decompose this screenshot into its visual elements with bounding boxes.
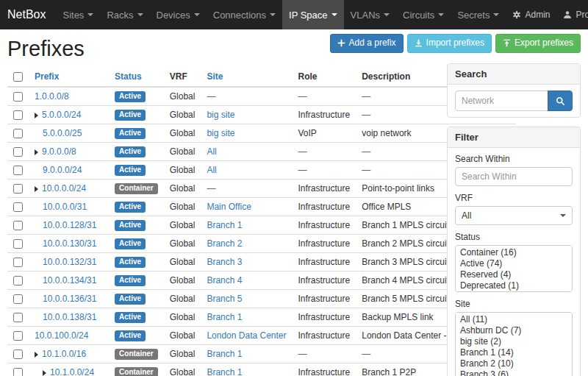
prefix-link[interactable]: 10.0.0.134/31: [43, 275, 96, 285]
chevron-down-icon: [438, 13, 444, 16]
row-checkbox[interactable]: [13, 184, 23, 194]
main-panel: Prefixes PrefixStatusVRFSiteRoleDescript…: [7, 29, 437, 376]
site-link[interactable]: Branch 1: [207, 220, 242, 230]
column-header-site[interactable]: Site: [201, 67, 292, 87]
site-link[interactable]: big site: [207, 110, 234, 120]
prefix-link[interactable]: 5.0.0.0/24: [42, 110, 81, 120]
site-link[interactable]: Branch 2: [207, 238, 242, 249]
nav-item-devices[interactable]: Devices: [150, 0, 207, 29]
search-button[interactable]: [548, 91, 573, 111]
site-link[interactable]: Branch 1: [207, 312, 242, 322]
multiselect-option[interactable]: Branch 1 (14): [456, 347, 572, 358]
site-link[interactable]: All: [207, 146, 216, 157]
multiselect-option[interactable]: Ashburn DC (7): [456, 325, 572, 336]
site-multiselect[interactable]: All (11)Ashburn DC (7)big site (2)Branch…: [455, 312, 573, 376]
row-checkbox[interactable]: [13, 110, 23, 120]
row-checkbox[interactable]: [13, 294, 23, 304]
search-input[interactable]: [455, 91, 548, 111]
prefix-link[interactable]: 10.0.0.138/31: [43, 312, 96, 322]
row-checkbox[interactable]: [13, 166, 23, 175]
column-header-prefix[interactable]: Prefix: [29, 67, 109, 87]
expand-arrow-icon[interactable]: [35, 352, 38, 358]
row-checkbox[interactable]: [13, 239, 23, 249]
prefix-link[interactable]: 1.0.0.0/8: [35, 91, 69, 102]
export-prefixes-button[interactable]: Export prefixes: [495, 34, 581, 53]
row-checkbox[interactable]: [13, 368, 23, 376]
row-checkbox[interactable]: [13, 92, 23, 102]
table-row: 10.0.0.134/31ActiveGlobalBranch 4Infrast…: [7, 272, 516, 290]
status-badge: Active: [115, 257, 146, 268]
prefix-link[interactable]: 10.0.100.0/24: [35, 330, 88, 341]
site-link[interactable]: Branch 3: [207, 257, 242, 267]
site-link[interactable]: big site: [207, 128, 234, 138]
prefix-link[interactable]: 9.0.0.0/8: [42, 146, 76, 157]
select-all-checkbox[interactable]: [13, 72, 23, 82]
site-link[interactable]: London Data Center: [207, 330, 286, 341]
prefix-link[interactable]: 10.0.0.132/31: [43, 257, 96, 267]
vrf-select[interactable]: All: [455, 206, 573, 225]
prefix-link[interactable]: 5.0.0.0/25: [43, 128, 82, 138]
status-multiselect[interactable]: Container (16)Active (74)Reserved (4)Dep…: [455, 245, 573, 292]
site-link[interactable]: Branch 1: [207, 367, 242, 376]
row-checkbox[interactable]: [13, 258, 23, 267]
site-link[interactable]: Main Office: [207, 202, 251, 212]
nav-item-circuits[interactable]: Circuits: [396, 0, 451, 29]
nav-item-connections[interactable]: Connections: [207, 0, 282, 29]
status-cell: Active: [109, 272, 164, 290]
row-checkbox[interactable]: [13, 202, 23, 212]
expand-arrow-icon[interactable]: [35, 186, 38, 192]
nav-profile[interactable]: Profile: [556, 0, 588, 29]
prefix-link[interactable]: 10.0.0.0/31: [43, 202, 87, 212]
multiselect-option[interactable]: Branch 2 (10): [456, 358, 572, 369]
prefix-link[interactable]: 10.0.0.130/31: [43, 238, 96, 249]
nav-menu: SitesRacksDevicesConnectionsIP SpaceVLAN…: [56, 0, 506, 29]
row-checkbox[interactable]: [13, 331, 23, 341]
prefix-link[interactable]: 9.0.0.0/24: [43, 165, 82, 175]
row-checkbox[interactable]: [13, 313, 23, 322]
row-checkbox[interactable]: [13, 221, 23, 230]
prefix-link[interactable]: 10.1.0.0/16: [42, 349, 86, 359]
status-cell: Active: [109, 124, 164, 143]
row-checkbox[interactable]: [13, 129, 23, 138]
multiselect-option[interactable]: Reserved (4): [456, 269, 572, 280]
row-checkbox[interactable]: [13, 147, 23, 157]
role-cell: Infrastructure: [293, 290, 356, 308]
role-cell: Infrastructure: [293, 235, 356, 253]
site-link[interactable]: Branch 5: [207, 294, 242, 304]
prefix-link[interactable]: 10.1.0.0/24: [50, 367, 94, 376]
nav-item-label: Secrets: [457, 10, 490, 21]
expand-arrow-icon[interactable]: [43, 370, 46, 376]
row-checkbox[interactable]: [13, 276, 23, 285]
site-link[interactable]: Branch 4: [207, 275, 242, 285]
search-within-input[interactable]: [455, 167, 573, 186]
prefix-link[interactable]: 10.0.0.136/31: [43, 294, 96, 304]
multiselect-option[interactable]: Branch 3 (6): [456, 369, 572, 376]
column-header-status[interactable]: Status: [109, 67, 164, 87]
nav-item-vlans[interactable]: VLANs: [344, 0, 396, 29]
status-badge: Active: [115, 91, 146, 102]
multiselect-option[interactable]: big site (2): [456, 336, 572, 347]
prefix-cell: 10.0.0.136/31: [29, 290, 109, 308]
prefix-link[interactable]: 10.0.0.128/31: [43, 220, 96, 230]
multiselect-option[interactable]: Container (16): [456, 247, 572, 258]
nav-item-racks[interactable]: Racks: [100, 0, 149, 29]
add-a-prefix-button[interactable]: Add a prefix: [330, 34, 404, 53]
multiselect-option[interactable]: Active (74): [456, 258, 572, 269]
expand-arrow-icon[interactable]: [35, 149, 38, 155]
nav-admin[interactable]: Admin: [506, 0, 556, 29]
expand-arrow-icon[interactable]: [35, 113, 38, 118]
multiselect-option[interactable]: Deprecated (1): [456, 280, 572, 291]
import-prefixes-button[interactable]: Import prefixes: [407, 34, 492, 53]
row-checkbox[interactable]: [13, 350, 23, 359]
nav-item-secrets[interactable]: Secrets: [451, 0, 506, 29]
table-row: 10.0.0.132/31ActiveGlobalBranch 3Infrast…: [7, 253, 516, 272]
multiselect-option[interactable]: All (11): [456, 314, 572, 325]
row-select-cell: [7, 198, 29, 216]
site-link[interactable]: Branch 1: [207, 349, 242, 359]
table-row: 10.0.0.130/31ActiveGlobalBranch 2Infrast…: [7, 235, 516, 253]
nav-item-sites[interactable]: Sites: [56, 0, 100, 29]
prefix-link[interactable]: 10.0.0.0/24: [42, 183, 86, 194]
site-link[interactable]: All: [207, 165, 216, 175]
brand[interactable]: NetBox: [0, 0, 56, 29]
nav-item-ip-space[interactable]: IP Space: [282, 0, 344, 29]
